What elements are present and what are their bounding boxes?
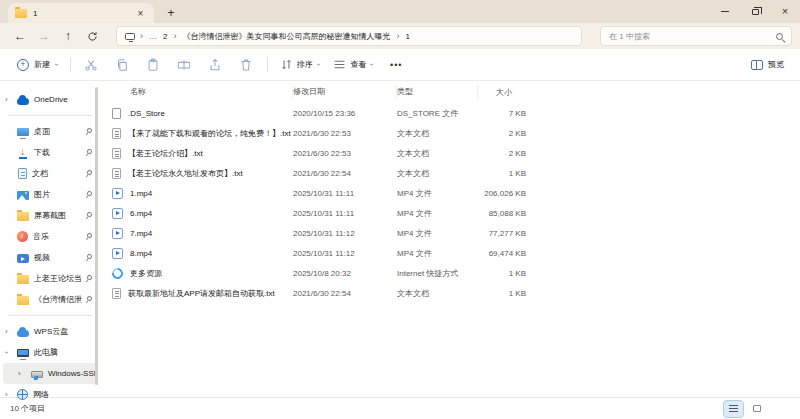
large-icons-view-button[interactable] <box>747 401 766 417</box>
sidebar-item-screenshots[interactable]: 屏幕截图 <box>0 205 100 226</box>
sidebar-item-pinned-folder-1[interactable]: 上老王论坛当 <box>0 268 100 289</box>
sidebar-item-wps-cloud[interactable]: › WPS云盘 <box>0 321 100 342</box>
file-row[interactable]: 7.mp4 2025/10/31 11:12 MP4 文件 77,277 KB <box>100 223 800 243</box>
file-type: Internet 快捷方式 <box>397 268 478 279</box>
file-date: 2021/6/30 22:53 <box>293 129 397 138</box>
forward-button[interactable]: → <box>32 25 56 47</box>
close-icon: × <box>782 6 788 17</box>
sidebar-label: 《台湾情侣泄 <box>34 294 82 305</box>
details-view-button[interactable] <box>724 401 743 417</box>
toolbar-divider <box>70 57 71 72</box>
copy-button[interactable] <box>107 53 138 77</box>
sidebar-label: WPS云盘 <box>34 326 68 337</box>
chevron-down-icon: › <box>52 63 61 66</box>
cut-button[interactable] <box>76 53 107 77</box>
file-name: 7.mp4 <box>130 229 152 238</box>
pin-icon <box>86 295 93 302</box>
sidebar-item-desktop[interactable]: 桌面 <box>0 121 100 142</box>
sidebar-item-network[interactable]: › 网络 <box>0 384 100 405</box>
sidebar-item-downloads[interactable]: 下载 <box>0 142 100 163</box>
sidebar-scrollbar[interactable] <box>95 87 98 385</box>
sidebar-item-pictures[interactable]: 图片 <box>0 184 100 205</box>
sidebar-item-windows-ssd[interactable]: › Windows-SSD <box>3 363 97 384</box>
sidebar-label: 视频 <box>34 252 50 263</box>
sidebar-item-pinned-folder-2[interactable]: 《台湾情侣泄 <box>0 289 100 310</box>
chevron-right-icon[interactable]: › <box>5 390 8 399</box>
tab-title: 1 <box>33 9 37 18</box>
file-date: 2021/6/30 22:53 <box>293 149 397 158</box>
preview-button[interactable]: 预览 <box>745 53 790 77</box>
sidebar-item-documents[interactable]: 文档 <box>0 163 100 184</box>
sidebar-item-onedrive[interactable]: › OneDrive <box>0 89 100 110</box>
chevron-right-icon: › <box>137 31 146 41</box>
chevron-right-icon: › <box>170 31 179 41</box>
chevron-right-icon[interactable]: › <box>18 369 21 378</box>
sidebar-item-this-pc[interactable]: › 此电脑 <box>0 342 100 363</box>
picture-icon <box>17 191 29 200</box>
column-header-name[interactable]: 名称 <box>100 85 293 99</box>
pin-icon <box>86 232 93 239</box>
pin-icon <box>86 190 93 197</box>
chevron-right-icon[interactable]: › <box>5 327 8 336</box>
paste-button[interactable] <box>138 53 169 77</box>
copy-icon <box>115 58 129 72</box>
file-row[interactable]: 更多资源 2025/10/8 20:32 Internet 快捷方式 1 KB <box>100 263 800 283</box>
share-button[interactable] <box>200 53 231 77</box>
chevron-right-icon[interactable]: › <box>5 95 8 104</box>
sidebar-label: 此电脑 <box>34 347 58 358</box>
large-icons-view-icon <box>753 405 761 412</box>
view-button[interactable]: 查看 › <box>326 53 380 77</box>
refresh-button[interactable] <box>80 25 104 47</box>
sidebar-label: 图片 <box>34 189 50 200</box>
this-pc-icon[interactable] <box>125 33 135 40</box>
chevron-down-icon[interactable]: › <box>2 351 11 354</box>
file-row[interactable]: 【来了就能下载和观看的论坛，纯免费！】.txt 2021/6/30 22:53 … <box>100 123 800 143</box>
rename-icon <box>177 58 191 72</box>
file-icon <box>112 108 121 119</box>
rename-button[interactable] <box>169 53 200 77</box>
file-type: MP4 文件 <box>397 188 478 199</box>
sidebar-item-music[interactable]: 音乐 <box>0 226 100 247</box>
tab-close-icon[interactable]: × <box>134 7 147 20</box>
close-button[interactable]: × <box>770 0 800 23</box>
breadcrumb-parent[interactable]: 2 <box>160 32 170 41</box>
file-row[interactable]: 【老王论坛永久地址发布页】.txt 2021/6/30 22:54 文本文档 1… <box>100 163 800 183</box>
breadcrumb-overflow[interactable]: … <box>146 32 160 41</box>
sort-button[interactable]: 排序 › <box>273 53 327 77</box>
column-header-size[interactable]: 大小 <box>478 87 526 98</box>
sort-label: 排序 <box>297 59 313 70</box>
file-size: 206,026 KB <box>478 189 526 198</box>
new-tab-button[interactable]: + <box>162 4 180 22</box>
breadcrumb-current[interactable]: 1 <box>402 32 412 41</box>
file-row[interactable]: 8.mp4 2025/10/31 11:12 MP4 文件 69,474 KB <box>100 243 800 263</box>
column-header-date[interactable]: 修改日期 <box>293 85 397 99</box>
explorer-tab[interactable]: 1 × <box>8 3 154 23</box>
delete-button[interactable] <box>231 53 262 77</box>
file-row[interactable]: 【老王论坛介绍】.txt 2021/6/30 22:53 文本文档 2 KB <box>100 143 800 163</box>
view-label: 查看 <box>350 59 366 70</box>
internet-shortcut-icon <box>110 268 125 279</box>
minimize-button[interactable] <box>710 0 740 23</box>
search-box[interactable] <box>600 26 792 46</box>
paste-icon <box>146 58 160 72</box>
refresh-icon <box>87 31 98 42</box>
more-options-button[interactable]: ••• <box>380 60 412 70</box>
new-button[interactable]: + 新建 › <box>10 53 65 77</box>
breadcrumb-folder[interactable]: 《台湾情侣泄密》美女同事和公司高层的秘密遭知情人曝光 <box>179 31 393 42</box>
file-row[interactable]: 获取最新地址及APP请发邮箱自动获取.txt 2021/6/30 22:54 文… <box>100 283 800 303</box>
address-bar[interactable]: › … 2 › 《台湾情侣泄密》美女同事和公司高层的秘密遭知情人曝光 › 1 <box>116 26 582 46</box>
up-button[interactable]: ↑ <box>56 25 80 47</box>
back-button[interactable]: ← <box>8 25 32 47</box>
file-row[interactable]: 6.mp4 2025/10/31 11:11 MP4 文件 85,088 KB <box>100 203 800 223</box>
desktop-icon <box>17 128 29 136</box>
file-row[interactable]: 1.mp4 2025/10/31 11:11 MP4 文件 206,026 KB <box>100 183 800 203</box>
sidebar-divider <box>8 315 92 316</box>
file-name: 【老王论坛永久地址发布页】.txt <box>128 168 243 179</box>
maximize-button[interactable] <box>740 0 770 23</box>
column-header-type[interactable]: 类型 <box>397 85 478 99</box>
file-row[interactable]: .DS_Store 2020/10/15 23:36 DS_STORE 文件 7… <box>100 103 800 123</box>
trash-icon <box>239 58 253 72</box>
folder-icon <box>17 275 29 284</box>
sidebar-item-videos[interactable]: 视频 <box>0 247 100 268</box>
search-input[interactable] <box>609 32 776 41</box>
